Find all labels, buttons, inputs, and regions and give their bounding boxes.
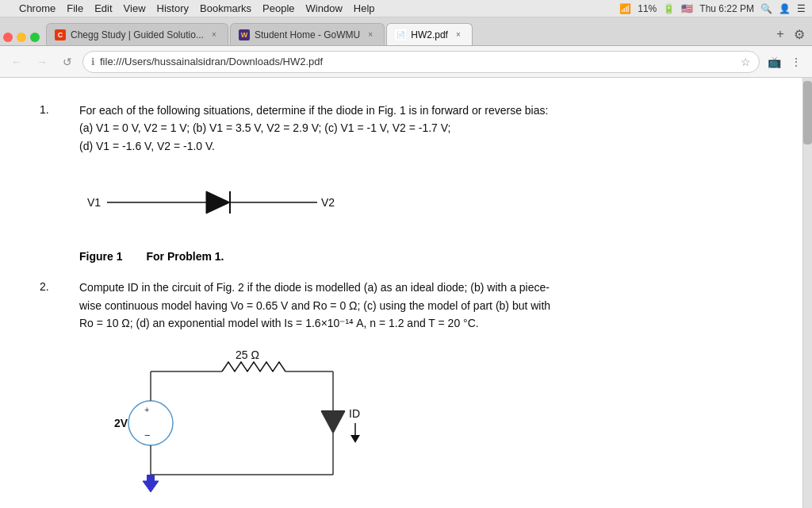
minimize-window-btn[interactable]: [17, 33, 26, 42]
figure-1-section: V1 V2 Figure 1 For Problem 1.: [79, 171, 763, 263]
tab-settings-icon[interactable]: ⚙: [790, 25, 809, 44]
menu-window[interactable]: Window: [306, 2, 343, 14]
figure-1-label: Figure 1 For Problem 1.: [79, 250, 763, 263]
system-status: 📶 11% 🔋 🇺🇸 Thu 6:22 PM 🔍 👤 ☰: [619, 3, 806, 14]
pdf-content: 1. For each of the following situations,…: [0, 78, 802, 508]
problem-1-line-3: (d) V1 = -1.6 V, V2 = -1.0 V.: [79, 137, 548, 155]
svg-text:25 Ω: 25 Ω: [236, 348, 259, 361]
tab-chegg-label: Chegg Study | Guided Solutio...: [71, 29, 204, 40]
address-bar: ← → ↺ ℹ file:///Users/hussainalsidran/Do…: [0, 46, 812, 78]
wifi-icon: 📶: [619, 3, 631, 14]
problem-2-line-2: wise continuous model having Vo = 0.65 V…: [79, 297, 550, 314]
v1-label-text: V1: [87, 196, 101, 209]
svg-marker-22: [350, 435, 360, 443]
tab-gowmu[interactable]: W Student Home - GoWMU ×: [230, 23, 385, 45]
diode-circuit-svg: V1 V2: [79, 171, 381, 234]
clock: Thu 6:22 PM: [699, 3, 754, 14]
flag-icon: 🇺🇸: [681, 3, 693, 14]
figure-1-name: Figure 1: [79, 250, 122, 263]
address-right-icons: 📺 ⋮: [764, 52, 806, 71]
problem-2-text: Compute ID in the circuit of Fig. 2 if t…: [79, 279, 550, 332]
problem-1-line-1: For each of the following situations, de…: [79, 102, 548, 119]
reload-button[interactable]: ↺: [57, 52, 78, 72]
menu-people[interactable]: People: [262, 2, 294, 14]
problem-1-number: 1.: [40, 102, 63, 155]
tab-pdf[interactable]: 📄 HW2.pdf ×: [386, 23, 473, 45]
problem-1-text: For each of the following situations, de…: [79, 102, 548, 155]
content-area: 1. For each of the following situations,…: [0, 78, 812, 508]
maximize-window-btn[interactable]: [30, 33, 40, 42]
tab-pdf-close[interactable]: ×: [453, 29, 464, 40]
problem-2-line-3: Ro = 10 Ω; (d) an exponential model with…: [79, 314, 550, 332]
problem-2: 2. Compute ID in the circuit of Fig. 2 i…: [40, 279, 763, 332]
svg-marker-18: [143, 481, 159, 492]
menu-bookmarks[interactable]: Bookmarks: [200, 2, 251, 14]
svg-text:−: −: [144, 429, 151, 441]
problem-1-line-2: (a) V1 = 0 V, V2 = 1 V; (b) V1 = 3.5 V, …: [79, 119, 548, 137]
chrome-menu-icon[interactable]: ⋮: [787, 52, 806, 71]
new-tab-button[interactable]: +: [771, 25, 790, 44]
problem-1: 1. For each of the following situations,…: [40, 102, 763, 155]
scrollbar[interactable]: [802, 78, 812, 508]
scrollbar-thumb[interactable]: [803, 81, 812, 144]
tab-gowmu-label: Student Home - GoWMU: [255, 29, 360, 40]
chrome-cast-icon[interactable]: 📺: [764, 52, 783, 71]
tab-chegg[interactable]: C Chegg Study | Guided Solutio... ×: [46, 23, 228, 45]
figure-2-svg: + − 2V 25 Ω ID: [103, 348, 389, 506]
svg-text:ID: ID: [349, 407, 360, 420]
user-icon[interactable]: 👤: [779, 3, 791, 14]
search-icon[interactable]: 🔍: [760, 3, 772, 14]
figure-1-caption: For Problem 1.: [146, 250, 224, 263]
back-button[interactable]: ←: [6, 52, 27, 72]
menu-help[interactable]: Help: [354, 2, 375, 14]
bookmark-icon[interactable]: ☆: [741, 56, 751, 68]
menu-icon[interactable]: ☰: [797, 3, 806, 14]
diode-circuit: V1 V2: [79, 171, 763, 237]
menu-view[interactable]: View: [124, 2, 146, 14]
problem-2-line-1: Compute ID in the circuit of Fig. 2 if t…: [79, 279, 550, 296]
problem-2-number: 2.: [40, 279, 63, 332]
svg-marker-1: [206, 191, 230, 214]
figure-2-circuit: + − 2V 25 Ω ID: [103, 348, 763, 508]
svg-point-11: [128, 401, 173, 445]
svg-text:+: +: [144, 405, 149, 414]
url-text: file:///Users/hussainalsidran/Downloads/…: [100, 56, 736, 67]
menu-edit[interactable]: Edit: [94, 2, 112, 14]
menu-bar: Chrome File Edit View History Bookmarks …: [19, 2, 375, 14]
tab-chegg-close[interactable]: ×: [209, 29, 220, 40]
tab-pdf-label: HW2.pdf: [411, 29, 448, 40]
svg-text:2V: 2V: [114, 417, 128, 429]
gowmu-favicon: W: [239, 29, 250, 40]
menu-file[interactable]: File: [67, 2, 83, 14]
secure-icon: ℹ: [91, 56, 95, 67]
url-bar[interactable]: ℹ file:///Users/hussainalsidran/Download…: [82, 51, 760, 73]
forward-button[interactable]: →: [32, 52, 52, 72]
chegg-favicon: C: [55, 29, 66, 40]
v2-label-text: V2: [321, 196, 335, 209]
svg-rect-17: [147, 475, 155, 481]
menu-chrome[interactable]: Chrome: [19, 2, 56, 14]
title-bar: Chrome File Edit View History Bookmarks …: [0, 0, 812, 17]
battery-icon: 🔋: [663, 3, 675, 14]
pdf-favicon: 📄: [395, 29, 406, 40]
battery-level: 11%: [638, 3, 657, 14]
menu-history[interactable]: History: [157, 2, 189, 14]
tab-gowmu-close[interactable]: ×: [365, 29, 376, 40]
close-window-btn[interactable]: [3, 33, 13, 42]
tab-bar: C Chegg Study | Guided Solutio... × W St…: [0, 17, 812, 46]
svg-marker-7: [321, 411, 345, 433]
